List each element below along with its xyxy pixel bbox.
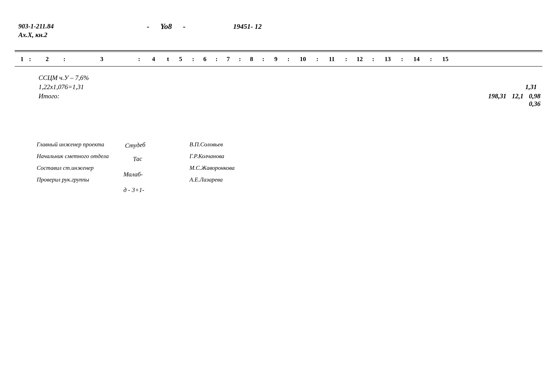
sig-title-3: Составил ст.инженер (37, 162, 109, 174)
col-11: 11 (320, 56, 344, 63)
doc-number-line2: Ax.X, кн.2 (18, 31, 74, 39)
col-15: 15 (434, 56, 457, 63)
content-line-2-value: 1,31 (525, 83, 537, 91)
itogo-last: 0,98 0,36 (529, 92, 541, 108)
sig-title-4: Проверил рук.группы (37, 174, 109, 185)
col-1: 1 (16, 56, 27, 63)
sig-name-4: А.Е.Лазарева (189, 174, 235, 185)
content-line-3-row: Итого: 198,31 12,1 0,98 0,36 (16, 92, 541, 108)
content-area: ССЦМ ч.У – 7,6% 1,22х1,076=1,31 1,31 Ито… (15, 67, 542, 116)
sig-names: В.П.Соловьев Г.Р.Колчанова М.С.Жаворонко… (189, 138, 235, 185)
sig-sign-1: Студеб Тас (124, 138, 146, 166)
sig-titles: Главный инженер проекта Начальник сметно… (37, 138, 109, 185)
col-3: 3 (67, 56, 137, 63)
header-center: - Yo8 - 19451- 12 (147, 22, 262, 31)
col-4: 4 (142, 56, 165, 63)
sig-signs: Студеб Тас Малаб- д - 3+1- (123, 138, 175, 197)
itogo-label: Итого: (16, 92, 59, 100)
col-12: 12 (349, 56, 371, 63)
page-number: Yo8 (160, 22, 172, 31)
content-line-2: 1,22х1,076=1,31 (16, 83, 84, 91)
doc-number-line1: 903-1-211.84 (18, 22, 74, 31)
sig-sign-3: д - 3+1- (123, 183, 175, 197)
content-line-1-row: ССЦМ ч.У – 7,6% (16, 74, 541, 82)
sig-title-2: Начальник сметного отдела (37, 150, 109, 162)
itogo-values: 198,31 12,1 0,98 0,36 (488, 92, 541, 108)
itogo-val4: 0,36 (529, 100, 541, 108)
col-10: 10 (291, 56, 315, 63)
header-dash1: - (147, 22, 149, 31)
itogo-val1: 198,31 (488, 92, 506, 100)
content-line-1: ССЦМ ч.У – 7,6% (16, 74, 89, 82)
inventory-number: 19451- 12 (233, 22, 262, 31)
col-9: 9 (266, 56, 286, 63)
signatures-section: Главный инженер проекта Начальник сметно… (15, 138, 542, 197)
sig-name-3: М.С.Жаворонкова (189, 162, 235, 174)
sig-title-1: Главный инженер проекта (37, 138, 109, 150)
col-6: 6 (196, 56, 214, 63)
col-14: 14 (405, 56, 428, 63)
col-8: 8 (242, 56, 261, 63)
header-divider (15, 50, 542, 51)
sig-name-1: В.П.Соловьев (189, 138, 235, 150)
content-line-2-row: 1,22х1,076=1,31 1,31 (16, 83, 541, 91)
page: 903-1-211.84 Ax.X, кн.2 - Yo8 - 19451- 1… (0, 0, 557, 392)
col-7: 7 (219, 56, 238, 63)
col-13: 13 (376, 56, 400, 63)
itogo-val3: 0,98 (529, 92, 541, 100)
columns-inner: 1 : 2 : 3 : 4 t 5 : 6 : 7 : 8 : 9 : 10 :… (15, 56, 542, 63)
header-row: 903-1-211.84 Ax.X, кн.2 - Yo8 - 19451- 1… (15, 22, 542, 39)
sig-name-2: Г.Р.Колчанова (189, 150, 235, 162)
columns-row: 1 : 2 : 3 : 4 t 5 : 6 : 7 : 8 : 9 : 10 :… (15, 52, 542, 67)
header-dash2: - (183, 22, 186, 31)
doc-number: 903-1-211.84 Ax.X, кн.2 (18, 22, 74, 39)
col-2: 2 (33, 56, 62, 63)
sig-sign-2: Малаб- (123, 168, 175, 181)
itogo-val2: 12,1 (512, 92, 524, 100)
col-5: 5 (171, 56, 191, 63)
